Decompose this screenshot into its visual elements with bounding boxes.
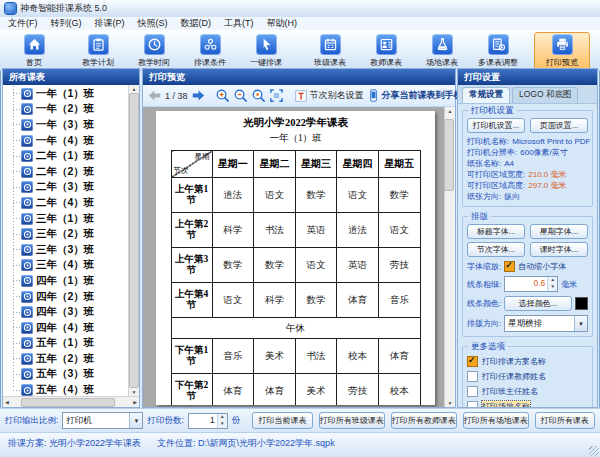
next-page-button[interactable] — [192, 89, 205, 103]
checkbox[interactable] — [467, 386, 478, 397]
subject-cell[interactable]: 校本 — [337, 339, 379, 374]
subject-cell[interactable]: 语文 — [212, 283, 254, 318]
chevron-down-icon[interactable]: ▼ — [129, 413, 142, 428]
subject-cell[interactable]: 美术 — [295, 374, 337, 406]
subject-cell[interactable]: 劳技 — [337, 374, 379, 406]
stepper-up-icon[interactable]: ▲ — [548, 277, 557, 284]
layout-direction-select[interactable]: 星期横排 ▼ — [504, 315, 588, 332]
print-button[interactable]: 打印所有场地课表 — [463, 412, 529, 429]
font-button[interactable]: 节次字体... — [467, 242, 525, 257]
sidebar-vertical-scrollbar[interactable]: ▲ ▼ — [128, 85, 139, 396]
zoom-in-button[interactable] — [215, 87, 230, 104]
checkbox[interactable] — [467, 401, 478, 407]
subject-cell[interactable]: 语文 — [378, 213, 420, 248]
sidebar-class-item[interactable]: 五年（2）班 — [3, 351, 129, 367]
subject-cell[interactable]: 英语 — [295, 213, 337, 248]
subject-cell[interactable]: 劳技 — [378, 248, 420, 283]
period-alias-button[interactable]: 节次别名设置 — [294, 89, 364, 103]
subject-cell[interactable]: 道法 — [212, 178, 254, 213]
subject-cell[interactable]: 数学 — [254, 248, 296, 283]
menu-item[interactable]: 转到(G) — [51, 17, 82, 30]
subject-cell[interactable]: 音乐 — [378, 283, 420, 318]
zoom-actual-button[interactable] — [251, 87, 266, 104]
toolbar-item-home[interactable]: 首页 — [6, 32, 62, 70]
sidebar-class-item[interactable]: 二年（3）班 — [3, 180, 129, 196]
toolbar-item-stats[interactable]: 统计分析 — [590, 32, 600, 70]
tab-general-settings[interactable]: 常规设置 — [462, 87, 510, 103]
scroll-right-icon[interactable]: ▶ — [133, 399, 137, 405]
sidebar-class-item[interactable]: 五年（3）班 — [3, 367, 129, 383]
scrollbar-thumb[interactable] — [21, 398, 115, 407]
sidebar-class-item[interactable]: 四年（4）班 — [3, 320, 129, 336]
subject-cell[interactable]: 体育 — [212, 374, 254, 406]
copies-stepper[interactable]: 1 ▲▼ — [188, 413, 228, 429]
toolbar-item-print-preview[interactable]: 打印预览 — [534, 32, 590, 70]
subject-cell[interactable]: 校本 — [378, 374, 420, 406]
subject-cell[interactable]: 体育 — [378, 339, 420, 374]
sidebar-class-item[interactable]: 二年（1）班 — [3, 148, 129, 164]
subject-cell[interactable]: 数学 — [212, 248, 254, 283]
sidebar-class-item[interactable]: 二年（4）班 — [3, 195, 129, 211]
print-button[interactable]: 打印当前课表 — [252, 412, 312, 429]
scroll-up-icon[interactable]: ▲ — [448, 108, 453, 114]
printer-setup-button[interactable]: 打印机设置... — [467, 118, 525, 133]
subject-cell[interactable]: 科学 — [212, 213, 254, 248]
toolbar-item-multi-adjust[interactable]: 多课表调整 — [470, 32, 526, 70]
toolbar-item-plan[interactable]: 教学计划 — [70, 32, 126, 70]
sidebar-class-item[interactable]: 三年（4）班 — [3, 258, 129, 274]
sidebar-class-item[interactable]: 三年（3）班 — [3, 242, 129, 258]
subject-cell[interactable]: 语文 — [254, 178, 296, 213]
subject-cell[interactable]: 美术 — [254, 339, 296, 374]
sidebar-class-item[interactable]: 五年（4）班 — [3, 382, 129, 396]
subject-cell[interactable]: 英语 — [337, 248, 379, 283]
sidebar-class-item[interactable]: 一年（2）班 — [3, 102, 129, 118]
sidebar-class-item[interactable]: 三年（1）班 — [3, 211, 129, 227]
sidebar-class-item[interactable]: 一年（3）班 — [3, 117, 129, 133]
toolbar-item-clock[interactable]: 教学时间 — [126, 32, 182, 70]
scroll-down-icon[interactable]: ▼ — [448, 400, 453, 406]
sidebar-class-item[interactable]: 四年（2）班 — [3, 289, 129, 305]
fit-page-button[interactable] — [269, 87, 284, 104]
checkbox[interactable] — [467, 356, 478, 367]
resize-grip[interactable] — [589, 446, 599, 456]
subject-cell[interactable]: 语文 — [295, 248, 337, 283]
auto-shrink-checkbox[interactable] — [504, 261, 515, 272]
sidebar-class-item[interactable]: 四年（1）班 — [3, 273, 129, 289]
stepper-up-icon[interactable]: ▲ — [218, 414, 227, 421]
sidebar-class-item[interactable]: 一年（4）班 — [3, 133, 129, 149]
menu-item[interactable]: 数据(D) — [181, 17, 212, 30]
subject-cell[interactable]: 书法 — [295, 339, 337, 374]
pick-color-button[interactable]: 选择颜色... — [504, 296, 572, 311]
scroll-up-icon[interactable]: ▲ — [132, 86, 137, 92]
zoom-out-button[interactable] — [233, 87, 248, 104]
menu-item[interactable]: 排课(P) — [95, 17, 125, 30]
subject-cell[interactable]: 数学 — [378, 178, 420, 213]
menu-item[interactable]: 快照(S) — [138, 17, 168, 30]
menu-item[interactable]: 工具(T) — [224, 17, 254, 30]
font-button[interactable]: 课时字体... — [530, 242, 588, 257]
toolbar-item-teacher-table[interactable]: 教师课表 — [358, 32, 414, 70]
toolbar-item-onekey[interactable]: 一键排课 — [238, 32, 294, 70]
toolbar-item-conditions[interactable]: 排课条件 — [182, 32, 238, 70]
sidebar-class-item[interactable]: 三年（2）班 — [3, 226, 129, 242]
checkbox[interactable] — [467, 371, 478, 382]
sidebar-class-item[interactable]: 一年（1）班 — [3, 86, 129, 102]
sidebar-class-item[interactable]: 四年（3）班 — [3, 304, 129, 320]
subject-cell[interactable]: 体育 — [337, 283, 379, 318]
subject-cell[interactable]: 语文 — [337, 178, 379, 213]
prev-page-button[interactable] — [148, 89, 161, 103]
subject-cell[interactable]: 体育 — [254, 374, 296, 406]
share-to-phone-button[interactable]: 分享当前课表到手机 — [367, 88, 463, 103]
tab-logo-background[interactable]: LOGO 和底图 — [512, 87, 578, 103]
toolbar-item-venue-table[interactable]: 场地课表 — [414, 32, 470, 70]
sidebar-class-item[interactable]: 五年（1）班 — [3, 336, 129, 352]
menu-item[interactable]: 帮助(H) — [267, 17, 298, 30]
scrollbar-thumb[interactable] — [444, 119, 454, 191]
line-width-stepper[interactable]: 0.6 ▲▼ — [504, 276, 558, 292]
print-button[interactable]: 打印所有班级课表 — [319, 412, 385, 429]
menu-item[interactable]: 文件(F) — [8, 17, 38, 30]
scrollbar-thumb[interactable] — [129, 93, 139, 388]
font-button[interactable]: 标题字体... — [467, 224, 525, 239]
subject-cell[interactable]: 道法 — [337, 213, 379, 248]
sidebar-horizontal-scrollbar[interactable]: ◀ ▶ — [3, 396, 139, 407]
